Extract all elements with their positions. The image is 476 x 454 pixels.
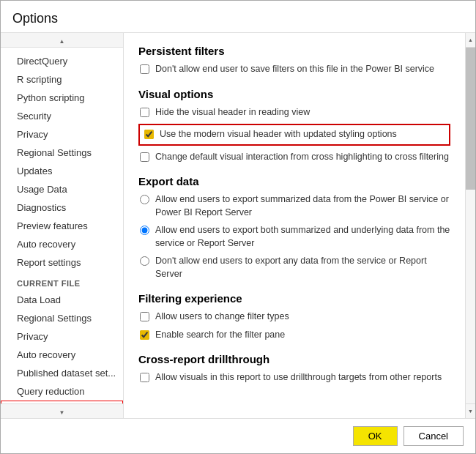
option-visual-3: Change default visual interaction from c…: [138, 151, 450, 164]
option-drillthrough-1: Allow visuals in this report to use dril…: [138, 371, 450, 384]
sidebar-item-security[interactable]: Security: [1, 107, 123, 125]
sidebar-item-publisheddataset[interactable]: Published dataset set...: [1, 364, 123, 382]
option-text-export-both: Allow end users to export both summarize…: [155, 224, 450, 250]
scroll-up-btn[interactable]: ▲: [466, 33, 475, 48]
option-text-hide-visual-header: Hide the visual header in reading view: [155, 106, 310, 119]
option-visual-1: Hide the visual header in reading view: [138, 106, 450, 119]
scroll-up-icon: ▲: [468, 37, 473, 42]
dialog-title: Options: [12, 11, 58, 26]
checkbox-filter-types[interactable]: [140, 312, 149, 321]
section-title-visual-options: Visual options: [138, 88, 450, 100]
sidebar-item-previewfeatures[interactable]: Preview features: [1, 217, 123, 235]
sidebar-item-usagedata[interactable]: Usage Data: [1, 180, 123, 198]
section-title-persistent-filters: Persistent filters: [138, 45, 450, 57]
sidebar-item-autorecovery-file[interactable]: Auto recovery: [1, 346, 123, 364]
checkbox-hide-visual-header[interactable]: [140, 108, 149, 117]
checkbox-filter-search[interactable]: [140, 330, 149, 340]
section-title-drillthrough: Cross-report drillthrough: [138, 353, 450, 365]
scroll-down-btn[interactable]: ▼: [466, 403, 475, 418]
option-visual-2-highlighted: Use the modern visual header with update…: [138, 124, 450, 146]
option-filter-1: Allow users to change filter types: [138, 310, 450, 324]
sidebar-item-directquery[interactable]: DirectQuery: [1, 52, 123, 70]
sidebar-item-autorecovery[interactable]: Auto recovery: [1, 235, 123, 253]
option-export-2: Allow end users to export both summarize…: [138, 224, 450, 250]
checkbox-cross-highlighting[interactable]: [140, 152, 149, 162]
option-text-cross-highlighting: Change default visual interaction from c…: [155, 151, 449, 164]
sidebar-scroll-up[interactable]: [1, 33, 123, 48]
dialog-body: DirectQuery R scripting Python scripting…: [1, 33, 475, 418]
sidebar-item-regionalsettings-file[interactable]: Regional Settings: [1, 309, 123, 327]
option-text-drillthrough: Allow visuals in this report to use dril…: [155, 371, 442, 384]
radio-export-both[interactable]: [140, 226, 149, 235]
option-text-export-summarized: Allow end users to export summarized dat…: [155, 193, 450, 219]
option-text-filter-search: Enable search for the filter pane: [155, 329, 285, 342]
checkbox-modern-visual-header[interactable]: [144, 130, 154, 139]
main-content: Persistent filters Don't allow end user …: [124, 33, 465, 418]
ok-button[interactable]: OK: [353, 426, 398, 446]
sidebar-item-privacy[interactable]: Privacy: [1, 125, 123, 144]
scrollbar-track: [466, 48, 475, 403]
dialog-header: Options: [1, 1, 475, 33]
sidebar-item-pythonscripting[interactable]: Python scripting: [1, 89, 123, 107]
sidebar-item-diagnostics[interactable]: Diagnostics: [1, 198, 123, 217]
chevron-down-icon: [59, 406, 65, 417]
cancel-button[interactable]: Cancel: [404, 426, 464, 446]
option-text-export-none: Don't allow end users to export any data…: [155, 255, 450, 280]
checkbox-persistent-filters-1[interactable]: [140, 64, 149, 74]
sidebar-item-reportsettings-global[interactable]: Report settings: [1, 253, 123, 272]
option-text-modern-visual-header: Use the modern visual header with update…: [160, 128, 397, 141]
radio-export-summarized[interactable]: [140, 195, 149, 204]
sidebar-scroll-down[interactable]: [1, 403, 123, 418]
checkbox-drillthrough[interactable]: [140, 373, 149, 382]
option-export-3: Don't allow end users to export any data…: [138, 255, 450, 280]
chevron-up-icon: [59, 34, 65, 45]
radio-export-none[interactable]: [140, 256, 149, 266]
sidebar-item-regionalsettings[interactable]: Regional Settings: [1, 144, 123, 162]
option-text-filter-types: Allow users to change filter types: [155, 310, 289, 324]
sidebar-item-queryreduction[interactable]: Query reduction: [1, 382, 123, 401]
section-title-export-data: Export data: [138, 175, 450, 187]
sidebar-item-updates[interactable]: Updates: [1, 162, 123, 180]
scrollbar-area: ▲ ▼: [465, 33, 475, 418]
sidebar-item-dataload[interactable]: Data Load: [1, 291, 123, 309]
scrollbar-thumb[interactable]: [466, 48, 475, 190]
sidebar-section-currentfile: CURRENT FILE: [1, 272, 123, 291]
sidebar: DirectQuery R scripting Python scripting…: [1, 33, 124, 418]
sidebar-scroll: DirectQuery R scripting Python scripting…: [1, 48, 123, 403]
option-persistent-filters-1: Don't allow end user to save filters on …: [138, 63, 450, 76]
sidebar-item-privacy-file[interactable]: Privacy: [1, 327, 123, 346]
scroll-down-icon: ▼: [468, 409, 473, 414]
section-title-filtering: Filtering experience: [138, 292, 450, 305]
sidebar-item-rscripting[interactable]: R scripting: [1, 70, 123, 89]
options-dialog: Options DirectQuery R scripting Python s…: [0, 0, 476, 454]
main-scroll: Persistent filters Don't allow end user …: [124, 33, 465, 418]
option-export-1: Allow end users to export summarized dat…: [138, 193, 450, 219]
option-filter-2: Enable search for the filter pane: [138, 329, 450, 342]
option-text-persistent-filters-1: Don't allow end user to save filters on …: [155, 63, 434, 76]
dialog-footer: OK Cancel: [1, 418, 475, 453]
